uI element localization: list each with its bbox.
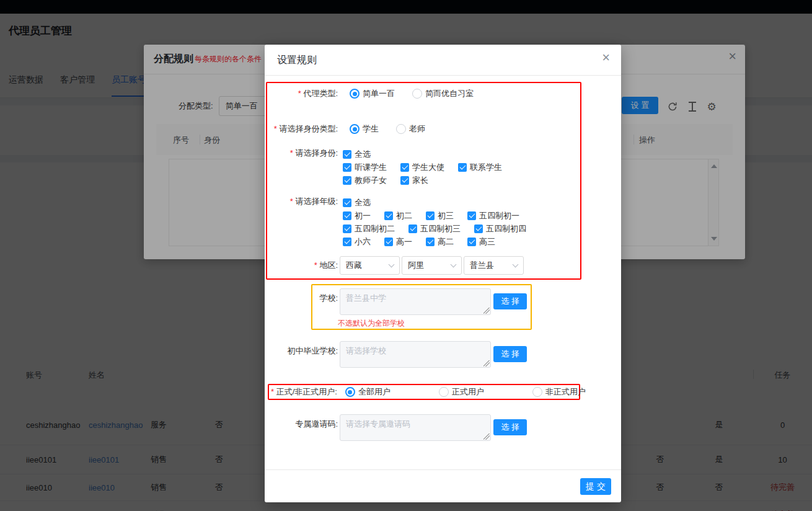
checkbox-checked-icon: [384, 211, 393, 220]
invite-code-row: 专属邀请码: 请选择专属邀请码 选 择: [265, 414, 527, 441]
checkbox-option[interactable]: 小六: [340, 236, 371, 247]
province-select[interactable]: 西藏: [340, 256, 400, 275]
agent-type-row: 代理类型: 简单一百 简而优自习室: [265, 86, 488, 101]
chevron-down-icon: [389, 262, 395, 268]
checkbox-checked-icon: [467, 238, 476, 246]
checkbox-option[interactable]: 高二: [423, 236, 454, 247]
checkbox-checked-icon: [343, 163, 351, 172]
resize-handle-icon[interactable]: [483, 433, 490, 440]
city-select[interactable]: 阿里: [402, 256, 462, 275]
invite-code-label: 专属邀请码:: [265, 419, 338, 430]
checkbox-checked-icon: [343, 150, 351, 159]
checkbox-checked-icon: [343, 224, 351, 233]
identity-type-label: 请选择身份类型:: [265, 123, 338, 135]
checkbox-checked-icon: [400, 163, 409, 172]
checkbox-option[interactable]: 高三: [464, 236, 495, 247]
set-rule-modal-title: 设置规则: [277, 54, 317, 67]
identity-type-radio-group: 学生 老师: [346, 123, 439, 135]
radio-option[interactable]: 全部用户: [342, 386, 421, 398]
radio-selected-icon: [345, 387, 355, 397]
resize-handle-icon[interactable]: [483, 360, 490, 367]
checkbox-option[interactable]: 五四制初四: [471, 223, 526, 234]
graduate-school-select-button[interactable]: 选 择: [493, 346, 527, 362]
radio-selected-icon: [350, 89, 360, 99]
radio-option[interactable]: 非正式用户: [529, 386, 586, 398]
school-row: 学校: 普兰县中学 选 择: [265, 288, 527, 315]
close-icon[interactable]: ×: [602, 51, 610, 64]
radio-option[interactable]: 学生: [346, 123, 379, 135]
agent-type-radio-group: 简单一百 简而优自习室: [346, 88, 488, 99]
graduate-school-row: 初中毕业学校: 请选择学校 选 择: [265, 341, 527, 368]
school-placeholder: 普兰县中学: [346, 293, 386, 303]
checkbox-checked-icon: [343, 198, 351, 207]
grade-checkbox-group: 全选 初一 初二 初三 五四制初一 五四制初二 五四制初三 五四制初四 小六 高…: [340, 196, 537, 248]
chevron-down-icon: [513, 262, 519, 268]
radio-selected-icon: [350, 124, 360, 134]
checkbox-checked-icon: [384, 238, 393, 246]
identity-type-row: 请选择身份类型: 学生 老师: [265, 122, 439, 136]
grade-label: 请选择年级:: [265, 196, 338, 207]
chevron-down-icon: [451, 262, 457, 268]
school-note: 不选默认为全部学校: [338, 318, 405, 329]
checkbox-option[interactable]: 五四制初一: [464, 210, 519, 221]
school-textarea[interactable]: 普兰县中学: [340, 288, 491, 315]
checkbox-option[interactable]: 初一: [340, 210, 371, 221]
school-select-button[interactable]: 选 择: [493, 293, 527, 309]
checkbox-checked-icon: [426, 211, 435, 220]
identity-row: 请选择身份: 全选 听课学生 学生大使 联系学生 教师子女 家长: [265, 148, 513, 187]
radio-icon: [532, 387, 542, 397]
identity-label: 请选择身份:: [265, 148, 338, 159]
invite-code-placeholder: 请选择专属邀请码: [346, 419, 410, 429]
checkbox-option[interactable]: 全选: [340, 197, 371, 208]
checkbox-option[interactable]: 五四制初三: [405, 223, 461, 234]
checkbox-option[interactable]: 教师子女: [340, 175, 387, 186]
set-rule-modal-footer: 提 交: [265, 469, 621, 502]
graduate-school-textarea[interactable]: 请选择学校: [340, 341, 491, 368]
grade-row: 请选择年级: 全选 初一 初二 初三 五四制初一 五四制初二 五四制初三 五四制…: [265, 196, 537, 248]
checkbox-checked-icon: [408, 224, 417, 233]
region-label: 地区:: [265, 260, 338, 271]
agent-type-label: 代理类型:: [265, 88, 338, 99]
checkbox-checked-icon: [474, 224, 483, 233]
checkbox-checked-icon: [400, 176, 409, 185]
region-row: 地区: 西藏 阿里 普兰县: [265, 256, 526, 275]
radio-icon: [412, 89, 422, 99]
invite-code-select-button[interactable]: 选 择: [493, 419, 527, 435]
checkbox-option[interactable]: 初二: [381, 210, 412, 221]
invite-code-textarea[interactable]: 请选择专属邀请码: [340, 414, 491, 441]
radio-icon: [396, 124, 406, 134]
school-label: 学校:: [265, 293, 338, 304]
checkbox-checked-icon: [343, 238, 351, 246]
checkbox-checked-icon: [458, 163, 467, 172]
region-select-group: 西藏 阿里 普兰县: [340, 256, 526, 275]
user-type-row: 正式/非正式用户: 全部用户 正式用户 非正式用户: [265, 384, 600, 400]
checkbox-option[interactable]: 高一: [381, 236, 412, 247]
identity-checkbox-group: 全选 听课学生 学生大使 联系学生 教师子女 家长: [340, 148, 513, 187]
user-type-label: 正式/非正式用户:: [271, 386, 337, 398]
checkbox-option[interactable]: 五四制初二: [340, 223, 395, 234]
checkbox-checked-icon: [343, 176, 351, 185]
checkbox-option[interactable]: 联系学生: [455, 162, 502, 173]
checkbox-option[interactable]: 家长: [397, 175, 428, 186]
set-rule-modal: 设置规则 × 代理类型: 简单一百 简而优自习室 请选择身份类型: 学生 老师 …: [265, 45, 621, 502]
graduate-school-label: 初中毕业学校:: [265, 345, 338, 357]
radio-option[interactable]: 简单一百: [346, 88, 395, 99]
checkbox-option[interactable]: 全选: [340, 149, 371, 160]
checkbox-checked-icon: [467, 211, 476, 220]
county-select[interactable]: 普兰县: [464, 256, 524, 275]
checkbox-option[interactable]: 初三: [423, 210, 454, 221]
radio-icon: [439, 387, 449, 397]
checkbox-checked-icon: [343, 211, 351, 220]
checkbox-option[interactable]: 学生大使: [397, 162, 444, 173]
submit-button[interactable]: 提 交: [580, 478, 611, 495]
graduate-school-placeholder: 请选择学校: [346, 346, 386, 355]
checkbox-option[interactable]: 听课学生: [340, 162, 387, 173]
radio-option[interactable]: 简而优自习室: [409, 88, 474, 99]
radio-option[interactable]: 正式用户: [436, 386, 515, 398]
user-type-radio-group: 全部用户 正式用户 非正式用户: [342, 386, 600, 398]
resize-handle-icon[interactable]: [483, 308, 490, 314]
checkbox-checked-icon: [426, 238, 435, 246]
radio-option[interactable]: 老师: [393, 123, 425, 135]
set-rule-modal-header: 设置规则 ×: [265, 45, 621, 76]
